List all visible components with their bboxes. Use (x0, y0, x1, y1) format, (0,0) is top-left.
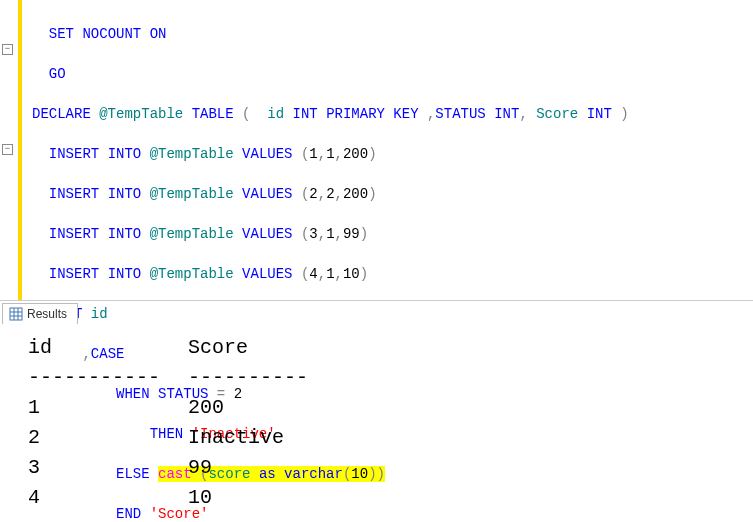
code-line: INSERT INTO @TempTable VALUES (3,1,99) (32, 224, 629, 244)
results-header-id: id (28, 333, 188, 363)
collapse-toggle-icon[interactable]: − (2, 144, 13, 155)
results-grid-icon (9, 307, 23, 321)
results-tab-label: Results (27, 307, 67, 321)
results-tab[interactable]: Results (2, 303, 78, 324)
editor-margin: − − (0, 0, 22, 300)
svg-rect-0 (10, 308, 22, 320)
code-line: GO (32, 64, 629, 84)
code-content[interactable]: SET NOCOUNT ON GO DECLARE @TempTable TAB… (22, 0, 629, 300)
code-line: INSERT INTO @TempTable VALUES (1,1,200) (32, 144, 629, 164)
code-editor[interactable]: − − SET NOCOUNT ON GO DECLARE @TempTable… (0, 0, 753, 300)
code-line: DECLARE @TempTable TABLE ( id INT PRIMAR… (32, 104, 629, 124)
code-line: INSERT INTO @TempTable VALUES (2,2,200) (32, 184, 629, 204)
code-line: SELECT id (32, 304, 629, 324)
code-line: INSERT INTO @TempTable VALUES (4,1,10) (32, 264, 629, 284)
results-header-score: Score (188, 333, 248, 363)
code-line: SET NOCOUNT ON (32, 24, 629, 44)
collapse-toggle-icon[interactable]: − (2, 44, 13, 55)
